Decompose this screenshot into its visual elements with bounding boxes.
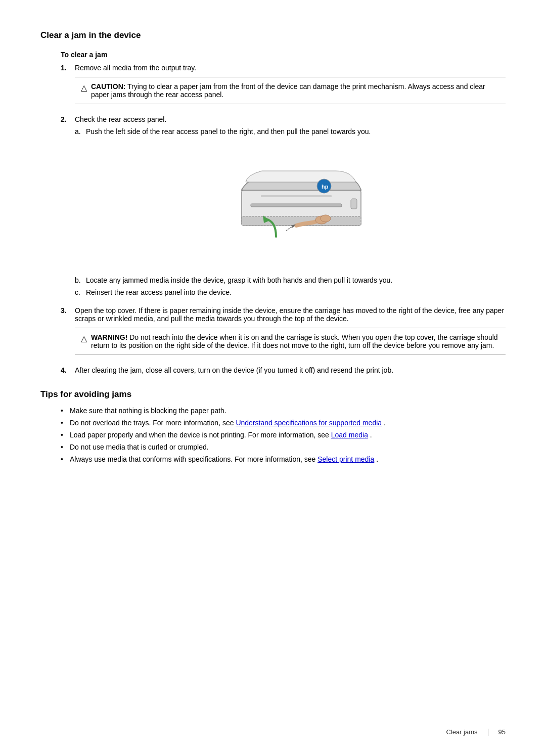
page-footer: Clear jams 95: [446, 728, 506, 736]
steps-list: 1. Remove all media from the output tray…: [40, 64, 506, 374]
tip-3: • Load paper properly and when the devic…: [40, 431, 506, 439]
svg-point-10: [321, 215, 331, 222]
page-container: Clear a jam in the device To clear a jam…: [0, 0, 546, 508]
caution-box: △ CAUTION: Trying to clear a paper jam f…: [75, 77, 506, 104]
sub-step-a: a. Push the left side of the rear access…: [75, 127, 506, 272]
printer-image-container: hp: [97, 146, 506, 262]
sub-a-label: a.: [75, 127, 86, 272]
bullet-1: •: [61, 407, 70, 415]
caution-label: CAUTION:: [91, 82, 125, 91]
sub-b-text: Locate any jammed media inside the devic…: [86, 276, 392, 284]
tip-3-content: Load paper properly and when the device …: [70, 431, 506, 439]
printer-illustration: hp: [220, 146, 382, 262]
tip-5-text-before: Always use media that conforms with spec…: [70, 455, 317, 463]
bullet-4: •: [61, 443, 70, 451]
sub-a-text: Push the left side of the rear access pa…: [86, 127, 371, 136]
step-4-text: After clearing the jam, close all covers…: [75, 366, 393, 374]
sub-step-c: c. Reinsert the rear access panel into t…: [75, 288, 506, 296]
step-2-text: Check the rear access panel.: [75, 115, 166, 123]
sub-c-content: Reinsert the rear access panel into the …: [86, 288, 506, 296]
warning-icon: △: [81, 334, 87, 343]
tip-4-content: Do not use media that is curled or crump…: [70, 443, 506, 451]
tip-3-text-before: Load paper properly and when the device …: [70, 431, 331, 439]
tip-2-text-after: .: [384, 419, 386, 427]
tip-5: • Always use media that conforms with sp…: [40, 455, 506, 463]
tip-1-text: Make sure that nothing is blocking the p…: [70, 407, 226, 415]
sub-c-label: c.: [75, 288, 86, 296]
tips-list: • Make sure that nothing is blocking the…: [40, 407, 506, 463]
step-1: 1. Remove all media from the output tray…: [40, 64, 506, 109]
tip-3-link[interactable]: Load media: [331, 431, 368, 439]
svg-rect-4: [251, 204, 342, 207]
tip-4-text: Do not use media that is curled or crump…: [70, 443, 209, 451]
sub-step-b: b. Locate any jammed media inside the de…: [75, 276, 506, 284]
tip-2-link[interactable]: Understand specifications for supported …: [236, 419, 382, 427]
step-2: 2. Check the rear access panel. a. Push …: [40, 115, 506, 300]
sub-a-content: Push the left side of the rear access pa…: [86, 127, 506, 272]
sub-c-text: Reinsert the rear access panel into the …: [86, 288, 232, 296]
step-4: 4. After clearing the jam, close all cov…: [40, 366, 506, 374]
footer-divider: [488, 729, 488, 736]
warning-label: WARNING!: [91, 333, 127, 341]
bullet-2: •: [61, 419, 70, 427]
tip-2: • Do not overload the trays. For more in…: [40, 419, 506, 427]
tip-3-text-after: .: [370, 431, 372, 439]
tips-title: Tips for avoiding jams: [40, 389, 506, 399]
step-3-number: 3.: [61, 306, 75, 360]
caution-icon: △: [81, 83, 87, 93]
caution-body: Trying to clear a paper jam from the fro…: [91, 82, 485, 99]
tip-1-content: Make sure that nothing is blocking the p…: [70, 407, 506, 415]
step-2-number: 2.: [61, 115, 75, 300]
footer-label: Clear jams: [446, 728, 477, 736]
step-2-content: Check the rear access panel. a. Push the…: [75, 115, 506, 300]
tip-5-content: Always use media that conforms with spec…: [70, 455, 506, 463]
sub-steps-list: a. Push the left side of the rear access…: [75, 127, 506, 296]
step-3-content: Open the top cover. If there is paper re…: [75, 306, 506, 360]
caution-text: CAUTION: Trying to clear a paper jam fro…: [91, 82, 499, 99]
step-3: 3. Open the top cover. If there is paper…: [40, 306, 506, 360]
svg-rect-5: [261, 195, 332, 197]
tip-2-text-before: Do not overload the trays. For more info…: [70, 419, 236, 427]
footer-page: 95: [498, 728, 506, 736]
warning-box: △ WARNING! Do not reach into the device …: [75, 328, 506, 355]
tip-2-content: Do not overload the trays. For more info…: [70, 419, 506, 427]
tip-1: • Make sure that nothing is blocking the…: [40, 407, 506, 415]
step-1-content: Remove all media from the output tray. △…: [75, 64, 506, 109]
tip-4: • Do not use media that is curled or cru…: [40, 443, 506, 451]
step-1-number: 1.: [61, 64, 75, 109]
warning-text: WARNING! Do not reach into the device wh…: [91, 333, 499, 349]
step-3-text: Open the top cover. If there is paper re…: [75, 306, 504, 323]
tip-5-link[interactable]: Select print media: [317, 455, 374, 463]
bullet-5: •: [61, 455, 70, 463]
sub-b-label: b.: [75, 276, 86, 284]
step-4-content: After clearing the jam, close all covers…: [75, 366, 506, 374]
svg-rect-6: [351, 199, 357, 209]
step-1-text: Remove all media from the output tray.: [75, 64, 196, 72]
svg-text:hp: hp: [322, 184, 329, 190]
tips-section: Tips for avoiding jams • Make sure that …: [40, 389, 506, 463]
tip-5-text-after: .: [376, 455, 378, 463]
warning-body: Do not reach into the device when it is …: [91, 333, 498, 349]
to-clear-heading: To clear a jam: [61, 51, 506, 59]
bullet-3: •: [61, 431, 70, 439]
sub-b-content: Locate any jammed media inside the devic…: [86, 276, 506, 284]
step-4-number: 4.: [61, 366, 75, 374]
section-title: Clear a jam in the device: [40, 30, 506, 40]
